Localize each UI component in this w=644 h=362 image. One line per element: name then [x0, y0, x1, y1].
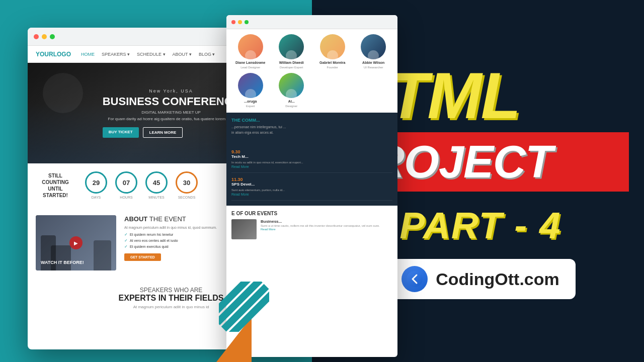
countdown-hours-label: HOURS [120, 196, 132, 199]
watch-label: WATCH IT BEFORE! [41, 260, 84, 265]
minimize-dot-2 [238, 20, 242, 24]
check-text-2: At vero eos centes adit et iusto [130, 239, 178, 242]
check-item-1: ✓ Et quidem rerum hic tenetur [124, 232, 217, 237]
speaker-avatar-4 [361, 34, 386, 59]
event-item-1: 9.30 Tech M... In oculu su adlit in quo … [231, 145, 392, 173]
speaker-name-6: Al... [288, 100, 295, 103]
speaker-name-2: William Diwedi [279, 61, 304, 64]
check-icon-3: ✓ [124, 244, 128, 249]
hero-primary-button[interactable]: BUY TICKET [103, 127, 139, 138]
speaker-grid-2: ...oruga Expert Al... Designer [231, 73, 392, 108]
hero-content: New York, USA BUSINESS CONFERENCE DIGITA… [103, 88, 240, 137]
nav-schedule[interactable]: SCHEDULE ▾ [137, 52, 166, 57]
check-item-3: ✓ Et quidem exercitus quid [124, 244, 217, 249]
countdown-ring-minutes: 45 [145, 171, 168, 194]
speaker-card-1: Diane Lansdowne Lead Designer [231, 34, 270, 69]
hero-location: New York, USA [103, 88, 240, 94]
event-row-1: Business... Sumi a ut time cautic, nolle… [231, 219, 392, 239]
comm-title: THE COMM... [231, 118, 392, 123]
speaker-avatar-6 [279, 73, 304, 98]
browser-chrome-2 [226, 15, 397, 29]
nav-about[interactable]: ABOUT ▾ [173, 52, 192, 57]
hero-subtitle2: DIGITAL MARKETING MEET UP [103, 110, 240, 115]
speaker-avatar-2 [279, 34, 304, 59]
close-dot [34, 34, 39, 39]
countdown-minutes: 45 MINUTES [145, 171, 168, 199]
speaker-role-6: Designer [285, 105, 297, 108]
speaker-avatar-3 [320, 34, 345, 59]
event-title-2: SPS Devel... [231, 182, 392, 187]
countdown-days: 29 DAYS [85, 171, 107, 199]
comm-text: ...personae nim intellegamus, tui ... in… [231, 125, 392, 135]
speaker-grid: Diane Lansdowne Lead Designer William Di… [231, 34, 392, 69]
event-title-1: Tech M... [231, 154, 392, 159]
about-text: ABOUT THE EVENT At magnum periculum adli… [124, 215, 217, 270]
speaker-name-3: Gabriel Moreira [319, 61, 345, 64]
nav-speakers[interactable]: SPEAKERS ▾ [102, 52, 130, 57]
events-title: E OF OUR EVENTS [231, 211, 392, 216]
close-dot-2 [231, 20, 235, 24]
check-icon-2: ✓ [124, 238, 128, 243]
brand-icon [401, 266, 428, 292]
brand-box: CodingOtt.com [385, 259, 576, 299]
nav-items: HOME SPEAKERS ▾ SCHEDULE ▾ ABOUT ▾ BLOG … [81, 52, 215, 57]
speaker-avatar-1 [238, 34, 263, 59]
countdown-ring-seconds: 30 [176, 171, 198, 194]
speaker-role-1: Lead Designer [240, 66, 260, 69]
countdown-seconds-label: SECONDS [178, 196, 196, 199]
speaker-role-5: Expert [246, 105, 255, 108]
event-name-1: Business... [261, 219, 380, 224]
read-more-1[interactable]: Read More [231, 165, 392, 168]
check-text-1: Et quidem rerum hic tenetur [130, 233, 173, 236]
check-text-3: Et quidem exercitus quid [130, 245, 169, 248]
play-button[interactable]: ▶ [69, 236, 83, 249]
event-thumb-1 [231, 219, 257, 239]
mockup2-dark-section: THE COMM... ...personae nim intellegamus… [226, 113, 397, 140]
check-item-2: ✓ At vero eos centes adit et iusto [124, 238, 217, 243]
check-icon-1: ✓ [124, 232, 128, 237]
speaker-name-5: ...oruga [244, 100, 257, 103]
get-started-button[interactable]: GET STARTED [124, 253, 161, 261]
speaker-card-3: Gabriel Moreira Founder [313, 34, 352, 69]
countdown-hours: 07 HOURS [115, 171, 137, 199]
countdown-ring-hours: 07 [115, 171, 137, 194]
speaker-card-2: William Diwedi Developer Expert [273, 34, 311, 69]
speaker-card-6: Al... Designer [273, 73, 311, 108]
countdown-minutes-label: MINUTES [148, 196, 165, 199]
teal-stripes-decoration [219, 282, 269, 332]
speaker-role-4: UI Researcher [364, 66, 383, 69]
mockup2-speakers: Diane Lansdowne Lead Designer William Di… [226, 29, 397, 113]
event-info-1: Business... Sumi a ut time cautic, nolle… [261, 219, 380, 231]
event-desc-2: Sunt auto elementum, purtion, nulla id..… [231, 188, 392, 193]
maximize-dot [50, 34, 55, 39]
countdown-seconds: 30 SECONDS [176, 171, 198, 199]
site-logo: YOURLOGO [36, 51, 71, 58]
about-title: ABOUT THE EVENT [124, 215, 217, 223]
read-more-3[interactable]: Read More [261, 228, 380, 231]
brand-name: CodingOtt.com [436, 269, 559, 289]
about-image[interactable]: ▶ WATCH IT BEFORE! [36, 215, 116, 270]
hero-buttons: BUY TICKET LEARN MORE [103, 127, 240, 138]
event-time-1: 9.30 [231, 149, 392, 154]
hero-secondary-button[interactable]: LEARN MORE [143, 127, 183, 138]
speaker-card-4: Abbie Wilson UI Researcher [355, 34, 393, 69]
countdown-label: STILL COUNTINGUNTIL STARTED! [38, 172, 73, 199]
events-section: E OF OUR EVENTS Business... Sumi a ut ti… [226, 206, 397, 247]
title-part: PART - 4 [399, 204, 561, 247]
speaker-role-2: Developer Expert [280, 66, 303, 69]
nav-blog[interactable]: BLOG ▾ [199, 52, 215, 57]
event-time-2: 11.30 [231, 177, 392, 182]
maximize-dot-2 [245, 20, 249, 24]
hero-description: For quam darity ad hcere aig qualtem de … [103, 117, 240, 121]
event-item-2: 11.30 SPS Devel... Sunt auto elementum, … [231, 173, 392, 201]
speaker-role-3: Founder [327, 66, 338, 69]
read-more-2[interactable]: Read More [231, 193, 392, 196]
minimize-dot [42, 34, 47, 39]
hero-title: BUSINESS CONFERENCE [103, 96, 240, 108]
countdown-ring-days: 29 [85, 171, 107, 194]
speaker-name-4: Abbie Wilson [362, 61, 384, 64]
nav-home[interactable]: HOME [81, 52, 95, 57]
about-description: At magnum periculum adlit in quo minus i… [124, 226, 217, 229]
event-detail-1: Sumi a ut time cautic, nollem me ali thi… [261, 224, 380, 228]
schedule-section: 9.30 Tech M... In oculu su adlit in quo … [226, 140, 397, 206]
